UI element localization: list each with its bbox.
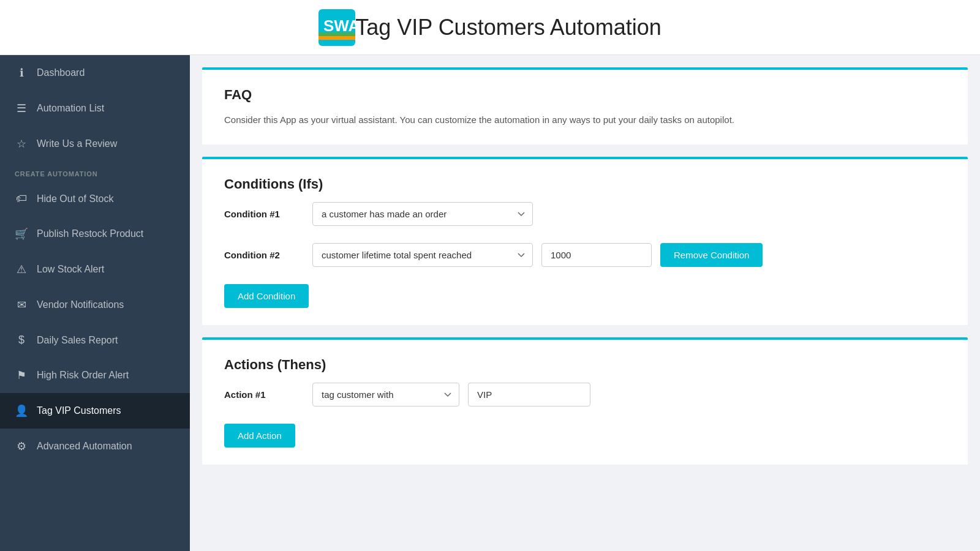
- dollar-icon: $: [15, 334, 28, 347]
- faq-heading: FAQ: [224, 87, 946, 103]
- sidebar-item-advanced-automation[interactable]: ⚙ Advanced Automation: [0, 429, 190, 464]
- svg-rect-1: [318, 36, 355, 40]
- sidebar-item-low-stock-alert[interactable]: ⚠ Low Stock Alert: [0, 252, 190, 287]
- remove-condition-button[interactable]: Remove Condition: [660, 243, 763, 267]
- info-icon: ℹ: [15, 66, 28, 80]
- condition-1-label: Condition #1: [224, 209, 304, 219]
- warning-icon: ⚠: [15, 263, 28, 276]
- mail-icon: ✉: [15, 298, 28, 312]
- sidebar-label-automation-list: Automation List: [37, 103, 104, 114]
- star-icon: ☆: [15, 137, 28, 151]
- condition-2-value-input[interactable]: [541, 243, 652, 267]
- sidebar-label-dashboard: Dashboard: [37, 67, 85, 78]
- sidebar-item-high-risk-order[interactable]: ⚑ High Risk Order Alert: [0, 358, 190, 393]
- sidebar-item-publish-restock[interactable]: 🛒 Publish Restock Product: [0, 216, 190, 252]
- conditions-heading: Conditions (Ifs): [224, 176, 946, 192]
- sidebar-label-hide-out-of-stock: Hide Out of Stock: [37, 193, 113, 204]
- conditions-card: Conditions (Ifs) Condition #1 a customer…: [202, 157, 968, 325]
- sidebar-label-publish-restock: Publish Restock Product: [37, 228, 143, 239]
- gear-icon: ⚙: [15, 440, 28, 453]
- list-icon: ☰: [15, 102, 28, 115]
- sidebar-item-tag-vip[interactable]: 👤 Tag VIP Customers: [0, 393, 190, 429]
- condition-row-2: Condition #2 a customer has made an orde…: [224, 243, 946, 267]
- add-action-button[interactable]: Add Action: [224, 424, 295, 448]
- sidebar: ℹ Dashboard ☰ Automation List ☆ Write Us…: [0, 55, 190, 551]
- sidebar-item-vendor-notifications[interactable]: ✉ Vendor Notifications: [0, 287, 190, 323]
- cart-icon: 🛒: [15, 227, 28, 241]
- action-1-select[interactable]: tag customer with remove tag from custom…: [312, 383, 459, 407]
- actions-card: Actions (Thens) Action #1 tag customer w…: [202, 337, 968, 465]
- sidebar-label-advanced-automation: Advanced Automation: [37, 441, 132, 452]
- sidebar-item-hide-out-of-stock[interactable]: 🏷 Hide Out of Stock: [0, 181, 190, 216]
- add-condition-button[interactable]: Add Condition: [224, 284, 309, 308]
- sidebar-section-create-automation: CREATE AUTOMATION: [0, 162, 190, 181]
- flag-icon: ⚑: [15, 369, 28, 382]
- user-icon: 👤: [15, 404, 28, 418]
- action-row-1: Action #1 tag customer with remove tag f…: [224, 383, 946, 407]
- app-logo: SWA: [318, 9, 355, 46]
- main-content: FAQ Consider this App as your virtual as…: [190, 55, 980, 551]
- actions-heading: Actions (Thens): [224, 357, 946, 373]
- sidebar-item-daily-sales-report[interactable]: $ Daily Sales Report: [0, 323, 190, 358]
- page-title: Tag VIP Customers Automation: [355, 15, 662, 40]
- header: SWA Tag VIP Customers Automation: [0, 0, 980, 55]
- sidebar-item-dashboard[interactable]: ℹ Dashboard: [0, 55, 190, 91]
- svg-text:SWA: SWA: [323, 17, 355, 35]
- action-1-value-input[interactable]: [468, 383, 590, 407]
- condition-2-label: Condition #2: [224, 250, 304, 260]
- faq-card: FAQ Consider this App as your virtual as…: [202, 67, 968, 144]
- sidebar-label-write-review: Write Us a Review: [37, 138, 117, 149]
- tag-icon: 🏷: [15, 192, 28, 205]
- sidebar-label-daily-sales-report: Daily Sales Report: [37, 335, 118, 346]
- faq-description: Consider this App as your virtual assist…: [224, 113, 946, 127]
- sidebar-label-vendor-notifications: Vendor Notifications: [37, 299, 124, 310]
- condition-1-select[interactable]: a customer has made an order customer to…: [312, 202, 533, 226]
- condition-row-1: Condition #1 a customer has made an orde…: [224, 202, 946, 226]
- sidebar-label-low-stock-alert: Low Stock Alert: [37, 264, 104, 275]
- sidebar-label-tag-vip: Tag VIP Customers: [37, 405, 121, 416]
- sidebar-item-automation-list[interactable]: ☰ Automation List: [0, 91, 190, 126]
- action-1-label: Action #1: [224, 389, 304, 400]
- sidebar-item-write-review[interactable]: ☆ Write Us a Review: [0, 126, 190, 162]
- condition-2-select[interactable]: a customer has made an order customer to…: [312, 243, 533, 267]
- sidebar-label-high-risk-order: High Risk Order Alert: [37, 370, 129, 381]
